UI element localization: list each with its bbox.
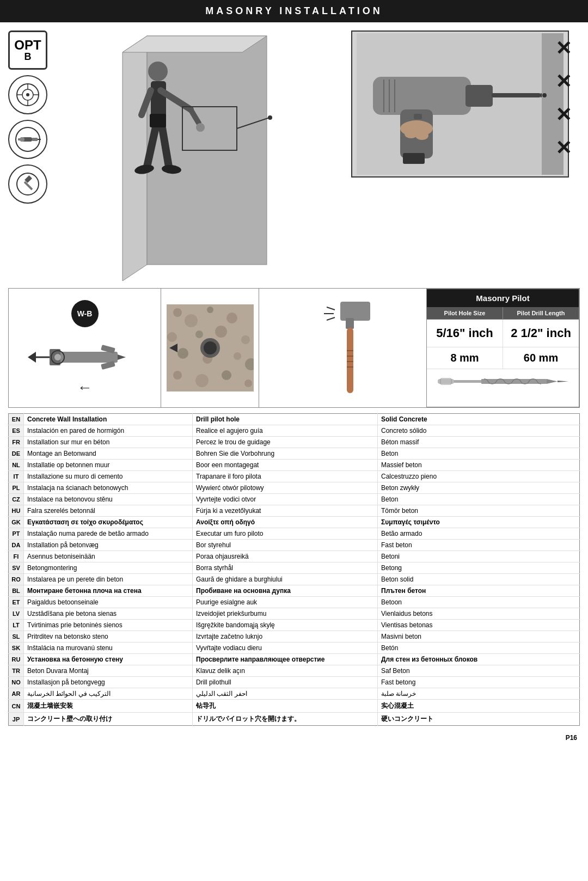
wb-badge: W-B [71,300,99,327]
lang-col2: Ανοίξτε οπή οδηγό [193,517,378,528]
svg-point-57 [54,354,61,360]
svg-rect-34 [373,77,471,115]
lang-code: SK [9,643,24,654]
svg-rect-37 [492,93,541,97]
specs-column-headers: Pilot Hole Size Pilot Drill Length [427,307,579,320]
hammer-diagram [259,289,427,407]
svg-marker-55 [118,354,126,360]
specs-mm-values: 8 mm 60 mm [427,347,579,369]
svg-line-85 [327,307,335,310]
concrete-svg [167,304,254,391]
lang-col3: Συμπαγές τσιμέντο [378,517,580,528]
svg-marker-18 [122,36,267,52]
lang-col2: Izvrtajte začetno luknjo [193,631,378,643]
lang-col2: Izveidojiet priekšurbumu [193,608,378,620]
lang-col2: 钻导孔 [193,700,378,713]
lang-code: DE [9,448,24,460]
lang-code: BL [9,585,24,597]
x-marks-grid: ✕ ✕ ✕ ✕ [555,39,572,158]
svg-point-19 [148,62,168,81]
lang-col1: Asennus betoniseinään [24,551,193,562]
lang-code: ET [9,597,24,608]
lang-code: CZ [9,494,24,505]
lang-code: RU [9,654,24,665]
lang-col1: Instalace na betonovou stěnu [24,494,193,505]
svg-point-67 [177,348,188,359]
drill-icon [8,120,47,159]
lang-col3: Beton [378,494,580,505]
svg-rect-51 [52,352,118,363]
lang-col1: Installation på betonvæg [24,540,193,551]
lang-col3: Saf Beton [378,665,580,677]
lang-col1: Instalacja na ścianach betonowych [24,482,193,494]
svg-line-87 [327,317,335,320]
lang-col3: Betão armado [378,528,580,540]
lang-col1: Instalarea pe un perete din beton [24,574,193,585]
specs-inch-values: 5/16" inch 2 1/2" inch [427,320,579,347]
svg-point-69 [234,352,241,360]
lang-col1: Instalação numa parede de betão armado [24,528,193,540]
lang-col3: Massief beton [378,460,580,471]
wall-person-svg [112,30,297,281]
lang-col1: 混凝土墙嵌安装 [24,700,193,713]
lang-col1: التركيب في الحوائط الخرسانية [24,688,193,700]
right-panel: ✕ ✕ ✕ ✕ [351,30,580,281]
lang-col1: Inštalácia na murovanú stenu [24,643,193,654]
svg-marker-16 [122,36,147,281]
svg-rect-15 [24,181,33,191]
svg-point-62 [226,313,237,323]
lang-col2: Пробиване на основна дупка [193,585,378,597]
drill-closeup-svg [357,33,564,175]
svg-point-65 [215,326,227,338]
svg-marker-49 [28,352,36,363]
drill-bit-svg [438,375,568,388]
left-icons-panel: OPT B [8,30,57,281]
svg-point-30 [196,123,205,132]
svg-point-64 [195,331,203,338]
lang-col1: Beton Duvara Montaj [24,665,193,677]
lang-col2: Klavuz delik açın [193,665,378,677]
lang-col2: Wywierć otwór pilotowy [193,482,378,494]
concrete-texture-diagram [161,289,259,407]
lang-col2: Bor styrehul [193,540,378,551]
lang-col3: Betoon [378,597,580,608]
lang-col2: Fúrja ki a vezetőlyukat [193,505,378,517]
lang-col3: Masivni beton [378,631,580,643]
lang-col3: خرسانة صلبة [378,688,580,700]
svg-rect-45 [414,114,422,119]
lang-code: ES [9,425,24,437]
svg-rect-46 [403,153,425,164]
lang-col2: Borra styrhål [193,562,378,574]
svg-point-72 [195,374,209,387]
lang-col3: Vienlaidus betons [378,608,580,620]
lang-col2: Boor een montagegat [193,460,378,471]
col1-header: Pilot Hole Size [427,307,503,319]
svg-point-71 [173,371,182,380]
lang-col2: Vyvrtejte vodici otvor [193,494,378,505]
svg-point-60 [185,314,198,327]
lang-col3: Betón [378,643,580,654]
lang-code: RO [9,574,24,585]
lang-code: EN [9,414,24,425]
svg-point-63 [167,332,177,342]
svg-point-12 [20,137,24,142]
svg-rect-28 [150,114,166,127]
lang-col2: Poraa ohjausreikä [193,551,378,562]
drill-length-inch: 2 1/2" inch [503,320,579,347]
crosshair-icon [8,75,47,114]
svg-point-43 [405,130,418,138]
lang-code: TR [9,665,24,677]
lang-col1: Монтиране бетонна плоча на стена [24,585,193,597]
technical-section: W-B ← [8,288,580,408]
x-mark-3: ✕ [555,105,572,125]
lang-col2: ドリルでパイロット穴を開けます。 [193,713,378,726]
lang-col3: Betoni [378,551,580,562]
lang-col1: Pritrditev na betonsko steno [24,631,193,643]
lang-col3: Beton solid [378,574,580,585]
drill-photo [351,30,569,178]
lang-col1: Installazione su muro di cemento [24,471,193,482]
lang-code: FR [9,437,24,448]
lang-col1: Concrete Wall Installation [24,414,193,425]
lang-col1: Installasjon på betongvegg [24,677,193,688]
lang-col2: Drill pilothull [193,677,378,688]
